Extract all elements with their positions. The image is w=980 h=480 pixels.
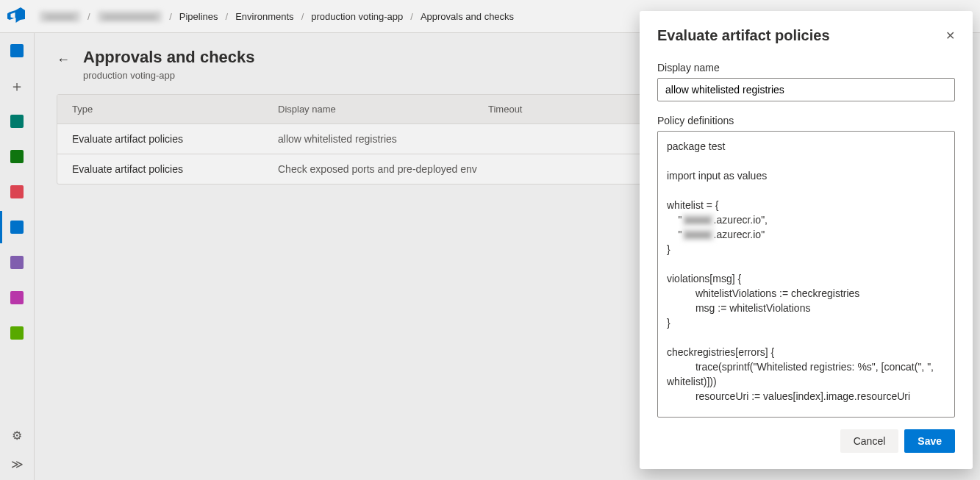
panel-footer: Cancel Save [657,429,955,453]
display-name-input[interactable] [657,78,955,101]
save-button[interactable]: Save [904,429,955,453]
display-name-label: Display name [657,62,955,74]
cancel-button[interactable]: Cancel [840,429,899,453]
policy-definitions-textarea[interactable]: package test import input as values whit… [657,131,955,418]
close-icon[interactable]: ✕ [945,29,955,43]
artifact-policy-panel: Evaluate artifact policies ✕ Display nam… [640,11,973,469]
policy-label: Policy definitions [657,115,955,126]
panel-title: Evaluate artifact policies [657,27,830,44]
